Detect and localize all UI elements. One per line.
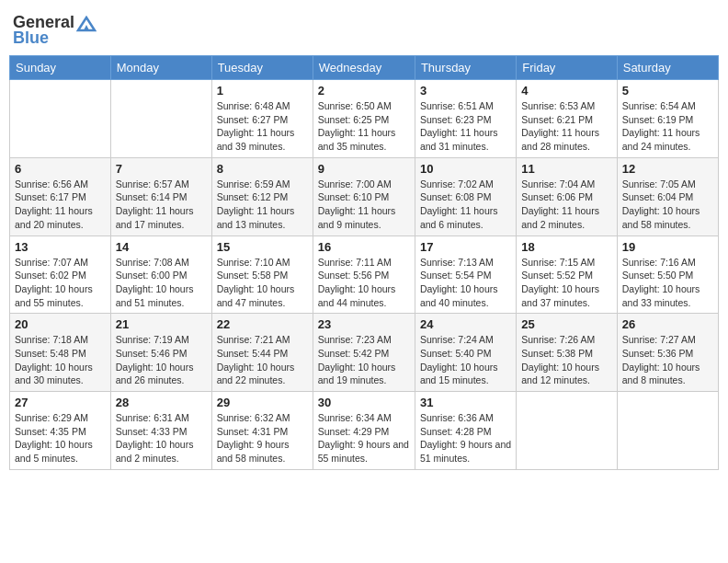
day-detail: Sunrise: 7:24 AM Sunset: 5:40 PM Dayligh… [420,333,511,387]
day-number: 1 [217,84,308,98]
day-of-week-header: Monday [110,56,211,80]
calendar-day-cell: 31Sunrise: 6:36 AM Sunset: 4:28 PM Dayli… [415,392,516,470]
day-number: 30 [318,396,410,409]
calendar-day-cell: 29Sunrise: 6:32 AM Sunset: 4:31 PM Dayli… [211,392,313,470]
calendar-day-cell: 19Sunrise: 7:16 AM Sunset: 5:50 PM Dayli… [617,236,718,314]
calendar-day-cell: 28Sunrise: 6:31 AM Sunset: 4:33 PM Dayli… [110,392,211,470]
day-number: 3 [420,84,511,98]
calendar-day-cell [517,392,617,470]
calendar-day-cell: 4Sunrise: 6:53 AM Sunset: 6:21 PM Daylig… [517,80,617,158]
day-detail: Sunrise: 7:19 AM Sunset: 5:46 PM Dayligh… [116,333,207,387]
day-number: 23 [318,317,410,331]
calendar-day-cell: 16Sunrise: 7:11 AM Sunset: 5:56 PM Dayli… [313,236,415,314]
day-number: 14 [116,240,207,254]
calendar-day-cell: 6Sunrise: 6:56 AM Sunset: 6:17 PM Daylig… [10,157,111,236]
calendar-day-cell: 30Sunrise: 6:34 AM Sunset: 4:29 PM Dayli… [313,392,415,470]
calendar-day-cell: 7Sunrise: 6:57 AM Sunset: 6:14 PM Daylig… [110,157,211,236]
calendar-week-row: 27Sunrise: 6:29 AM Sunset: 4:35 PM Dayli… [10,392,719,470]
day-number: 2 [318,84,410,98]
day-detail: Sunrise: 6:54 AM Sunset: 6:19 PM Dayligh… [622,99,713,154]
calendar-week-row: 20Sunrise: 7:18 AM Sunset: 5:48 PM Dayli… [10,314,719,392]
day-number: 16 [318,240,410,254]
day-detail: Sunrise: 7:11 AM Sunset: 5:56 PM Dayligh… [318,256,410,310]
day-number: 5 [622,84,713,98]
day-of-week-header: Saturday [617,56,718,80]
logo-icon [76,16,97,32]
day-detail: Sunrise: 7:23 AM Sunset: 5:42 PM Dayligh… [318,333,410,387]
calendar-day-cell: 22Sunrise: 7:21 AM Sunset: 5:44 PM Dayli… [211,314,313,392]
day-detail: Sunrise: 6:34 AM Sunset: 4:29 PM Dayligh… [318,411,410,465]
page-header: General Blue [9,9,719,48]
day-number: 20 [15,317,106,331]
day-number: 31 [420,396,511,409]
day-number: 13 [15,240,106,254]
day-detail: Sunrise: 6:51 AM Sunset: 6:23 PM Dayligh… [420,99,511,154]
day-detail: Sunrise: 7:16 AM Sunset: 5:50 PM Dayligh… [622,256,713,310]
calendar-day-cell [110,80,211,158]
day-detail: Sunrise: 7:18 AM Sunset: 5:48 PM Dayligh… [15,333,106,387]
day-detail: Sunrise: 6:50 AM Sunset: 6:25 PM Dayligh… [318,99,410,154]
day-detail: Sunrise: 7:08 AM Sunset: 6:00 PM Dayligh… [116,256,207,310]
calendar-day-cell: 12Sunrise: 7:05 AM Sunset: 6:04 PM Dayli… [617,157,718,236]
calendar-day-cell: 26Sunrise: 7:27 AM Sunset: 5:36 PM Dayli… [617,314,718,392]
calendar-week-row: 6Sunrise: 6:56 AM Sunset: 6:17 PM Daylig… [10,157,719,236]
calendar-day-cell: 23Sunrise: 7:23 AM Sunset: 5:42 PM Dayli… [313,314,415,392]
day-detail: Sunrise: 7:27 AM Sunset: 5:36 PM Dayligh… [622,333,713,387]
calendar-day-cell: 27Sunrise: 6:29 AM Sunset: 4:35 PM Dayli… [10,392,111,470]
day-number: 25 [521,317,611,331]
day-number: 7 [116,162,207,176]
calendar-day-cell: 9Sunrise: 7:00 AM Sunset: 6:10 PM Daylig… [313,157,415,236]
day-number: 24 [420,317,511,331]
day-detail: Sunrise: 6:56 AM Sunset: 6:17 PM Dayligh… [15,178,106,232]
calendar-day-cell: 11Sunrise: 7:04 AM Sunset: 6:06 PM Dayli… [517,157,617,236]
day-number: 18 [521,240,611,254]
day-number: 12 [622,162,713,176]
logo-blue-text: Blue [13,29,49,48]
day-detail: Sunrise: 6:53 AM Sunset: 6:21 PM Dayligh… [521,99,611,154]
calendar-day-cell: 14Sunrise: 7:08 AM Sunset: 6:00 PM Dayli… [110,236,211,314]
calendar-day-cell: 1Sunrise: 6:48 AM Sunset: 6:27 PM Daylig… [211,80,313,158]
day-number: 22 [217,317,308,331]
day-number: 6 [15,162,106,176]
calendar-day-cell: 21Sunrise: 7:19 AM Sunset: 5:46 PM Dayli… [110,314,211,392]
day-of-week-header: Thursday [415,56,516,80]
day-number: 9 [318,162,410,176]
calendar-day-cell: 13Sunrise: 7:07 AM Sunset: 6:02 PM Dayli… [10,236,111,314]
calendar-day-cell: 15Sunrise: 7:10 AM Sunset: 5:58 PM Dayli… [211,236,313,314]
calendar-day-cell: 10Sunrise: 7:02 AM Sunset: 6:08 PM Dayli… [415,157,516,236]
logo: General Blue [13,13,97,48]
day-detail: Sunrise: 7:26 AM Sunset: 5:38 PM Dayligh… [521,333,611,387]
day-detail: Sunrise: 6:59 AM Sunset: 6:12 PM Dayligh… [217,178,308,232]
day-detail: Sunrise: 6:31 AM Sunset: 4:33 PM Dayligh… [116,411,207,465]
calendar-day-cell: 2Sunrise: 6:50 AM Sunset: 6:25 PM Daylig… [313,80,415,158]
calendar-day-cell: 3Sunrise: 6:51 AM Sunset: 6:23 PM Daylig… [415,80,516,158]
day-number: 11 [521,162,611,176]
day-of-week-header: Sunday [10,56,111,80]
day-number: 15 [217,240,308,254]
day-detail: Sunrise: 7:07 AM Sunset: 6:02 PM Dayligh… [15,256,106,310]
day-detail: Sunrise: 7:02 AM Sunset: 6:08 PM Dayligh… [420,178,511,232]
day-detail: Sunrise: 6:32 AM Sunset: 4:31 PM Dayligh… [217,411,308,465]
calendar-day-cell [10,80,111,158]
calendar-week-row: 1Sunrise: 6:48 AM Sunset: 6:27 PM Daylig… [10,80,719,158]
calendar-day-cell: 8Sunrise: 6:59 AM Sunset: 6:12 PM Daylig… [211,157,313,236]
day-detail: Sunrise: 6:57 AM Sunset: 6:14 PM Dayligh… [116,178,207,232]
day-detail: Sunrise: 6:36 AM Sunset: 4:28 PM Dayligh… [420,411,511,465]
calendar-week-row: 13Sunrise: 7:07 AM Sunset: 6:02 PM Dayli… [10,236,719,314]
day-of-week-header: Friday [517,56,617,80]
day-number: 8 [217,162,308,176]
calendar-day-cell: 5Sunrise: 6:54 AM Sunset: 6:19 PM Daylig… [617,80,718,158]
day-number: 10 [420,162,511,176]
day-detail: Sunrise: 7:13 AM Sunset: 5:54 PM Dayligh… [420,256,511,310]
day-detail: Sunrise: 7:10 AM Sunset: 5:58 PM Dayligh… [217,256,308,310]
day-detail: Sunrise: 7:04 AM Sunset: 6:06 PM Dayligh… [521,178,611,232]
calendar-day-cell: 17Sunrise: 7:13 AM Sunset: 5:54 PM Dayli… [415,236,516,314]
day-of-week-header: Wednesday [313,56,415,80]
day-number: 28 [116,396,207,409]
svg-marker-1 [84,25,89,30]
day-number: 19 [622,240,713,254]
day-number: 26 [622,317,713,331]
day-detail: Sunrise: 7:00 AM Sunset: 6:10 PM Dayligh… [318,178,410,232]
day-detail: Sunrise: 7:15 AM Sunset: 5:52 PM Dayligh… [521,256,611,310]
calendar-day-cell [617,392,718,470]
